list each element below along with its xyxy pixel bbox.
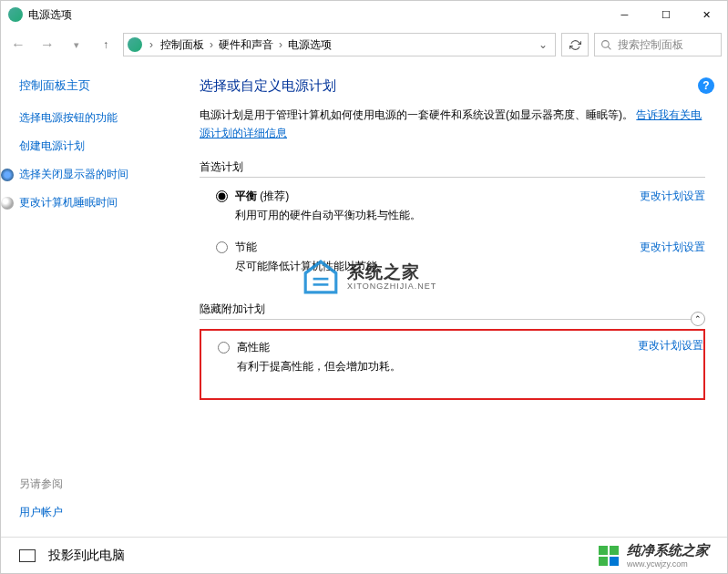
window-controls: ─ ☐ ✕: [604, 1, 727, 28]
change-plan-balanced[interactable]: 更改计划设置: [640, 189, 705, 204]
navbar: ← → ▾ ↑ › 控制面板 › 硬件和声音 › 电源选项 ⌄ 搜索控制面板: [1, 28, 727, 61]
search-input[interactable]: 搜索控制面板: [594, 33, 722, 56]
plan-saver-desc: 尽可能降低计算机性能以节能。: [235, 259, 631, 274]
svg-rect-7: [610, 557, 619, 566]
taskbar: 投影到此电脑 纯净系统之家 www.ycwjzy.com: [1, 537, 727, 573]
highlight-box: 高性能 有利于提高性能，但会增加功耗。 更改计划设置: [200, 329, 705, 400]
taskbar-project[interactable]: 投影到此电脑: [19, 548, 125, 564]
plan-high-radio[interactable]: [218, 342, 230, 354]
section-preferred: 首选计划 平衡 (推荐) 利用可用的硬件自动平衡功耗与性能。 更改计划设置 节能…: [200, 159, 705, 276]
breadcrumb-item[interactable]: 控制面板: [160, 37, 204, 53]
chevron-right-icon: ›: [279, 38, 282, 51]
chevron-right-icon: ›: [210, 38, 213, 51]
plan-saver-title: 节能: [235, 240, 631, 255]
svg-rect-5: [610, 546, 619, 555]
up-button[interactable]: ↑: [94, 33, 118, 56]
content-area: 控制面板主页 选择电源按钮的功能 创建电源计划 选择关闭显示器的时间 更改计算机…: [1, 61, 727, 537]
svg-point-0: [602, 40, 610, 47]
taskbar-project-label: 投影到此电脑: [48, 548, 125, 564]
change-plan-saver[interactable]: 更改计划设置: [640, 240, 705, 255]
sidebar-link-create-plan[interactable]: 创建电源计划: [19, 138, 174, 154]
addressbar[interactable]: › 控制面板 › 硬件和声音 › 电源选项 ⌄: [123, 33, 556, 56]
brand-logo-icon: [598, 545, 620, 567]
plan-saver-radio[interactable]: [216, 241, 228, 253]
brand-text: 纯净系统之家: [627, 542, 709, 559]
help-icon[interactable]: ?: [698, 77, 714, 94]
breadcrumb-item[interactable]: 硬件和声音: [219, 37, 273, 53]
titlebar: 电源选项 ─ ☐ ✕: [1, 1, 727, 28]
plan-balanced-radio[interactable]: [216, 190, 228, 202]
plan-balanced-title: 平衡 (推荐): [235, 189, 631, 204]
plan-high-title: 高性能: [237, 340, 629, 355]
sidebar-home-link[interactable]: 控制面板主页: [19, 77, 174, 94]
section-label-hidden: 隐藏附加计划 ⌃: [200, 302, 705, 320]
refresh-icon: [569, 39, 581, 51]
sidebar-link-sleep[interactable]: 更改计算机睡眠时间: [1, 195, 174, 210]
search-placeholder: 搜索控制面板: [618, 37, 683, 53]
intro-text: 电源计划是用于管理计算机如何使用电源的一套硬件和系统设置(如显示器亮度、睡眠等)…: [200, 106, 705, 143]
sidebar-link-power-button[interactable]: 选择电源按钮的功能: [19, 110, 174, 126]
close-button[interactable]: ✕: [686, 1, 727, 28]
plan-saver: 节能 尽可能降低计算机性能以节能。 更改计划设置: [200, 238, 705, 276]
main-content: ? 选择或自定义电源计划 电源计划是用于管理计算机如何使用电源的一套硬件和系统设…: [192, 61, 727, 537]
app-icon: [8, 7, 23, 22]
breadcrumb: 控制面板 › 硬件和声音 › 电源选项: [160, 37, 531, 53]
section-hidden: 隐藏附加计划 ⌃ 高性能 有利于提高性能，但会增加功耗。 更改计划设置: [200, 302, 705, 400]
brand-sub: www.ycwjzy.com: [627, 559, 709, 569]
page-heading: 选择或自定义电源计划: [200, 77, 705, 95]
sidebar-link-user-accounts[interactable]: 用户帐户: [19, 505, 63, 520]
collapse-button[interactable]: ⌃: [691, 312, 705, 326]
svg-line-1: [608, 46, 610, 49]
monitor-icon: [1, 169, 14, 181]
breadcrumb-item[interactable]: 电源选项: [288, 37, 332, 53]
svg-rect-6: [599, 557, 608, 566]
projector-icon: [19, 549, 36, 562]
addressbar-dropdown[interactable]: ⌄: [535, 38, 551, 51]
svg-rect-4: [599, 546, 608, 555]
see-also-label: 另请参阅: [19, 477, 63, 492]
back-button[interactable]: ←: [6, 33, 30, 56]
maximize-button[interactable]: ☐: [645, 1, 686, 28]
chevron-right-icon: ›: [149, 38, 153, 51]
refresh-button[interactable]: [561, 33, 589, 56]
taskbar-brand: 纯净系统之家 www.ycwjzy.com: [598, 542, 709, 569]
history-dropdown[interactable]: ▾: [65, 33, 88, 56]
forward-button[interactable]: →: [36, 33, 59, 56]
sidebar: 控制面板主页 选择电源按钮的功能 创建电源计划 选择关闭显示器的时间 更改计算机…: [1, 61, 192, 537]
change-plan-high[interactable]: 更改计划设置: [638, 338, 703, 354]
plan-balanced: 平衡 (推荐) 利用可用的硬件自动平衡功耗与性能。 更改计划设置: [200, 187, 705, 225]
plan-high-desc: 有利于提高性能，但会增加功耗。: [237, 359, 629, 374]
minimize-button[interactable]: ─: [604, 1, 645, 28]
sidebar-bottom: 另请参阅 用户帐户: [19, 477, 63, 520]
addressbar-icon: [128, 37, 142, 52]
search-icon: [600, 39, 612, 51]
sidebar-link-display-off[interactable]: 选择关闭显示器的时间: [1, 167, 174, 182]
moon-icon: [1, 197, 14, 210]
window-title: 电源选项: [28, 7, 604, 23]
plan-balanced-desc: 利用可用的硬件自动平衡功耗与性能。: [235, 208, 631, 223]
plan-high: 高性能 有利于提高性能，但会增加功耗。 更改计划设置: [201, 338, 703, 376]
section-label-preferred: 首选计划: [200, 159, 705, 178]
